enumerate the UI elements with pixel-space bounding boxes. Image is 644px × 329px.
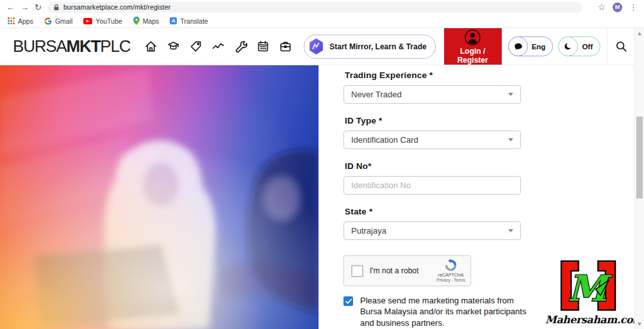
briefcase-icon[interactable]: [279, 40, 292, 53]
chat-bubble-icon: [508, 36, 528, 56]
page-content: Trading Experience * Never Traded ID Typ…: [0, 65, 644, 329]
recaptcha-privacy-terms-links[interactable]: Privacy - Terms: [436, 278, 465, 283]
browser-toolbar: ← → ↻ bursamarketplace.com/mkt/register …: [0, 0, 644, 14]
bookmark-youtube[interactable]: YouTube: [83, 17, 122, 25]
search-icon: [615, 40, 627, 52]
browser-actions: ☆ M ⋮: [597, 3, 638, 12]
recaptcha-checkbox[interactable]: [351, 265, 363, 277]
state-value: Putrajaya: [351, 226, 386, 236]
maps-pin-icon: [133, 17, 140, 25]
tag-icon[interactable]: [189, 40, 202, 53]
start-button-label: Start Mirror, Learn & Trade: [329, 42, 426, 51]
state-label: State *: [345, 207, 644, 216]
field-state: State * Putrajaya: [343, 207, 644, 240]
bookmark-label: Maps: [143, 17, 160, 25]
home-icon[interactable]: [144, 40, 158, 53]
logo-part-mkt: MKT: [67, 36, 101, 56]
watermark-logo: M Mahersaham.com: [545, 259, 631, 326]
marketing-consent-row: Please send me marketing materials from …: [343, 295, 536, 328]
bookmark-star-icon[interactable]: ☆: [597, 3, 606, 12]
field-trading-experience: Trading Experience * Never Traded: [343, 71, 644, 104]
bookmarks-bar: Apps Gmail YouTube Maps A Translate: [0, 14, 644, 28]
market-chart-icon[interactable]: [211, 40, 225, 53]
address-bar[interactable]: bursamarketplace.com/mkt/register: [47, 2, 582, 13]
bookmark-label: Gmail: [55, 17, 72, 25]
browser-menu-icon[interactable]: ⋮: [629, 3, 638, 12]
id-type-label: ID Type *: [345, 116, 644, 125]
tools-icon[interactable]: [234, 40, 247, 53]
registration-form: Trading Experience * Never Traded ID Typ…: [318, 65, 644, 329]
search-button[interactable]: [607, 28, 634, 65]
moon-icon: [558, 36, 578, 56]
apps-grid-icon: [8, 17, 15, 24]
reload-icon[interactable]: ↻: [35, 3, 42, 12]
bookmark-maps[interactable]: Maps: [133, 17, 160, 25]
back-icon[interactable]: ←: [6, 3, 15, 12]
education-icon[interactable]: [167, 40, 180, 53]
trading-experience-label: Trading Experience *: [345, 71, 644, 80]
recaptcha-widget: I'm not a robot reCAPTCHA Privacy - Term…: [343, 255, 471, 286]
chevron-down-icon: [508, 229, 513, 232]
browser-window: ← → ↻ bursamarketplace.com/mkt/register …: [0, 0, 644, 329]
field-id-type: ID Type * Identification Card: [343, 116, 644, 149]
login-register-button[interactable]: Login / Register: [444, 28, 502, 65]
start-mirror-learn-trade-button[interactable]: Start Mirror, Learn & Trade: [304, 35, 435, 59]
hero-image: [0, 65, 318, 329]
bursa-mktplc-logo[interactable]: BURSAMKTPLC: [13, 36, 130, 56]
state-select[interactable]: Putrajaya: [343, 221, 521, 240]
youtube-icon: [83, 18, 92, 24]
chevron-down-icon: [508, 138, 513, 141]
main-nav: [144, 40, 292, 53]
scrollbar-thumb[interactable]: [636, 116, 643, 198]
id-no-input[interactable]: [343, 176, 521, 195]
scroll-up-arrow[interactable]: [635, 30, 644, 36]
scroll-down-arrow[interactable]: [635, 321, 644, 327]
recaptcha-brand-text: reCAPTCHA: [438, 273, 464, 277]
site-header: BURSAMKTPLC Start Mirror, Learn & Trade …: [0, 28, 644, 65]
checkmark-icon: [345, 299, 352, 304]
calendar-icon[interactable]: [256, 40, 270, 53]
field-id-no: ID No*: [343, 162, 644, 195]
id-type-select[interactable]: Identification Card: [343, 131, 521, 149]
id-no-label: ID No*: [345, 162, 644, 171]
recaptcha-label: I'm not a robot: [370, 266, 436, 275]
mahersaham-bracket-m-icon: M: [556, 259, 620, 315]
trading-experience-select[interactable]: Never Traded: [343, 85, 521, 104]
dark-mode-toggle-label: Off: [582, 43, 593, 51]
bookmark-translate[interactable]: A Translate: [170, 17, 208, 25]
bookmark-gmail[interactable]: Gmail: [44, 17, 72, 25]
bookmark-label: Apps: [18, 17, 33, 25]
logo-part-bursa: BURSA: [13, 36, 67, 56]
forward-icon[interactable]: →: [21, 3, 29, 12]
bookmark-apps[interactable]: Apps: [8, 17, 33, 25]
person-icon: [464, 29, 481, 46]
lock-icon: [53, 4, 60, 11]
recaptcha-icon: [444, 259, 458, 272]
page-scrollbar[interactable]: [634, 28, 644, 329]
bookmark-label: Translate: [180, 17, 208, 25]
id-type-value: Identification Card: [351, 135, 418, 145]
trading-experience-value: Never Traded: [351, 90, 402, 99]
translate-icon: A: [170, 17, 177, 24]
recaptcha-branding: reCAPTCHA Privacy - Terms: [436, 259, 465, 283]
profile-avatar[interactable]: M: [613, 3, 622, 12]
url-text: bursamarketplace.com/mkt/register: [63, 3, 170, 11]
watermark-text: Mahersaham.com: [545, 314, 631, 326]
chevron-down-icon: [508, 93, 513, 96]
dark-mode-toggle[interactable]: Off: [558, 36, 600, 56]
logo-part-plc: PLC: [100, 36, 130, 56]
marketing-consent-text: Please send me marketing materials from …: [360, 295, 527, 328]
language-toggle-label: Eng: [532, 43, 546, 51]
svg-text:M: M: [568, 268, 612, 309]
login-button-label: Login / Register: [444, 47, 502, 65]
mirror-hexagon-icon: [308, 38, 325, 55]
google-g-icon: [44, 17, 52, 25]
bookmark-label: YouTube: [95, 17, 122, 25]
language-toggle[interactable]: Eng: [508, 36, 554, 56]
marketing-consent-checkbox[interactable]: [343, 296, 353, 306]
